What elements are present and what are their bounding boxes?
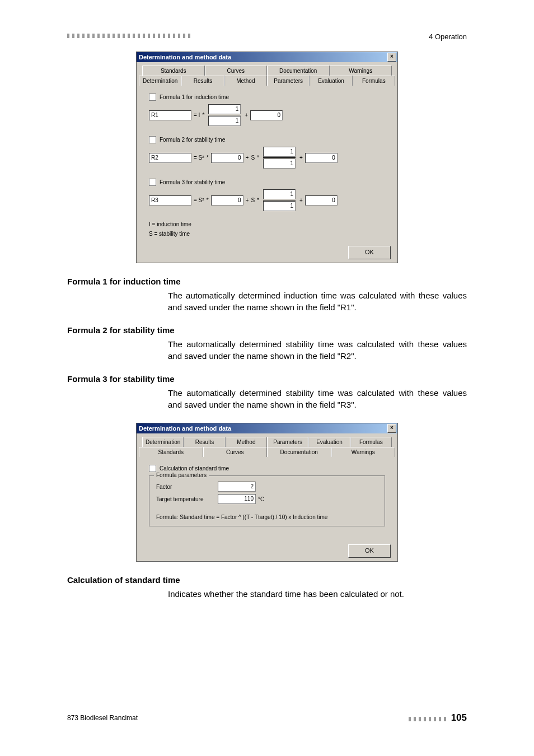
label-eq: = S² <box>194 197 204 203</box>
tab-determination[interactable]: Determination <box>142 437 184 447</box>
body-text-f1: The automatically determined induction t… <box>168 290 467 313</box>
formula1-num-input[interactable]: 1 <box>208 104 241 114</box>
formula2-num-input[interactable]: 1 <box>263 147 296 157</box>
label-plus: + <box>246 155 249 161</box>
label-plus: + <box>299 155 303 161</box>
fraction-line <box>263 157 296 158</box>
close-icon[interactable]: × <box>387 53 396 62</box>
tab-method[interactable]: Method <box>226 437 267 447</box>
tab-parameters[interactable]: Parameters <box>267 437 308 447</box>
section-title-f3: Formula 3 for stability time <box>67 374 467 384</box>
formula2-a-input[interactable]: 0 <box>211 153 243 163</box>
tab-documentation[interactable]: Documentation <box>267 66 330 76</box>
dialog-title: Determination and method data <box>139 52 231 62</box>
note-induction: I = induction time <box>149 221 385 227</box>
label-plus: + <box>245 112 248 118</box>
body-text-f3: The automatically determined stability t… <box>168 387 467 410</box>
dialog-formulas: Determination and method data × Standard… <box>136 52 398 263</box>
formula1-chk-label: Formula 1 for induction time <box>160 94 229 100</box>
tab-curves[interactable]: Curves <box>205 66 268 76</box>
tab-parameters[interactable]: Parameters <box>267 76 310 86</box>
section-title-f2: Formula 2 for stability time <box>67 325 467 335</box>
label-star: * <box>257 155 259 161</box>
section-title-calc: Calculation of standard time <box>67 575 467 585</box>
formula1-checkbox[interactable] <box>149 94 156 101</box>
formula3-a-input[interactable]: 0 <box>211 195 243 206</box>
formula1-den-input[interactable]: 1 <box>208 116 241 126</box>
fieldset-legend: Formula parameters <box>154 472 209 478</box>
tab-standards[interactable]: Standards <box>142 66 205 76</box>
tab-evaluation[interactable]: Evaluation <box>308 437 350 447</box>
tab-curves[interactable]: Curves <box>203 447 268 457</box>
page-number: 105 <box>451 712 467 723</box>
factor-label: Factor <box>156 484 218 490</box>
target-temp-input[interactable]: 110 <box>218 494 256 504</box>
label-star: * <box>207 197 209 203</box>
calc-standard-checkbox[interactable] <box>149 465 156 472</box>
tab-documentation[interactable]: Documentation <box>267 447 331 457</box>
formula3-name-input[interactable]: R3 <box>149 195 191 206</box>
calc-standard-chk-label: Calculation of standard time <box>160 465 229 472</box>
formula2-chk-label: Formula 2 for stability time <box>160 137 225 143</box>
label-eq: = I <box>194 112 200 118</box>
tab-formulas[interactable]: Formulas <box>353 76 395 86</box>
label-s: S <box>251 197 255 203</box>
tab-formulas[interactable]: Formulas <box>350 437 392 447</box>
label-star: * <box>207 155 209 161</box>
body-text-calc: Indicates whether the standard time has … <box>168 588 467 600</box>
label-s: S <box>251 155 255 161</box>
tab-standards[interactable]: Standards <box>139 447 203 457</box>
dialog-standards: Determination and method data × Determin… <box>136 423 398 562</box>
formula2-checkbox[interactable] <box>149 136 156 143</box>
note-stability: S = stability time <box>149 231 385 237</box>
formula3-const-input[interactable]: 0 <box>305 195 338 206</box>
titlebar: Determination and method data × <box>137 423 397 433</box>
ok-button[interactable]: OK <box>348 544 391 558</box>
label-star: * <box>202 112 204 118</box>
close-icon[interactable]: × <box>387 424 396 433</box>
tab-results[interactable]: Results <box>184 437 225 447</box>
label-star: * <box>257 197 259 203</box>
footer-dots <box>409 717 448 721</box>
target-temp-label: Target temperature <box>156 496 218 502</box>
body-text-f2: The automatically determined stability t… <box>168 338 467 362</box>
formula-text: Formula: Standard time = Factor ^ ((T - … <box>156 514 378 520</box>
formula3-chk-label: Formula 3 for stability time <box>160 179 225 185</box>
tab-method[interactable]: Method <box>224 76 267 86</box>
tab-evaluation[interactable]: Evaluation <box>310 76 352 86</box>
label-eq: = S² <box>194 155 204 161</box>
factor-input[interactable]: 2 <box>218 482 256 492</box>
tab-warnings[interactable]: Warnings <box>330 66 392 76</box>
formula3-num-input[interactable]: 1 <box>263 189 296 199</box>
footer-product: 873 Biodiesel Rancimat <box>67 714 138 722</box>
formula1-const-input[interactable]: 0 <box>250 110 283 120</box>
formula2-den-input[interactable]: 1 <box>263 158 296 169</box>
fraction-line <box>208 115 241 115</box>
tab-warnings[interactable]: Warnings <box>331 447 396 457</box>
formula2-const-input[interactable]: 0 <box>305 153 338 163</box>
target-temp-unit: °C <box>258 496 264 502</box>
formula2-name-input[interactable]: R2 <box>149 153 191 163</box>
fraction-line <box>263 200 296 200</box>
tab-results[interactable]: Results <box>181 76 224 86</box>
formula3-den-input[interactable]: 1 <box>263 201 296 211</box>
ok-button[interactable]: OK <box>348 246 391 259</box>
formula-parameters-group: Formula parameters Factor 2 Target tempe… <box>149 475 385 526</box>
label-plus: + <box>246 197 249 203</box>
label-plus: + <box>299 197 303 203</box>
section-title-f1: Formula 1 for induction time <box>67 277 467 286</box>
dialog-title: Determination and method data <box>139 423 231 433</box>
formula1-name-input[interactable]: R1 <box>149 110 191 120</box>
tab-determination[interactable]: Determination <box>139 76 181 86</box>
titlebar: Determination and method data × <box>137 52 397 62</box>
formula3-checkbox[interactable] <box>149 179 156 186</box>
